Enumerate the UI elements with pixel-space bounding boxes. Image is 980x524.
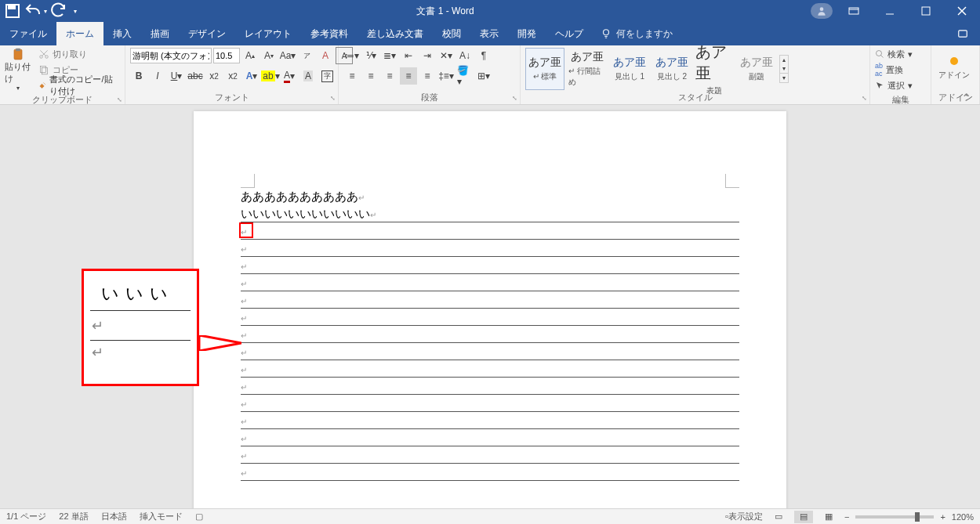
text-line-empty[interactable]: ↵ xyxy=(241,222,739,240)
cut-button[interactable]: 切り取り xyxy=(37,47,120,61)
styles-more-button[interactable]: ▴▾▾ xyxy=(779,55,789,83)
align-justify-button[interactable]: ≡ xyxy=(400,67,417,85)
text-effects-button[interactable]: A▾ xyxy=(243,67,260,85)
text-line-empty[interactable]: ↵ xyxy=(241,412,739,429)
font-name-combo[interactable] xyxy=(130,48,212,63)
numbering-button[interactable]: ⅟▾ xyxy=(362,47,379,64)
styles-gallery[interactable]: あア亜↵ 標準 あア亜↵ 行間詰め あア亜見出し 1 あア亜見出し 2 あア亜表… xyxy=(525,48,789,90)
zoom-level[interactable]: 120% xyxy=(952,512,974,522)
tab-file[interactable]: ファイル xyxy=(0,22,56,45)
zoom-in-button[interactable]: + xyxy=(940,512,945,522)
character-border-button[interactable]: 字 xyxy=(318,67,336,85)
document-body[interactable]: ああああああああああ↵ いいいいいいいいいいい↵ ↵ ↵ ↵ ↵ ↵ ↵ ↵ ↵… xyxy=(241,188,739,481)
text-line-2[interactable]: いいいいいいいいいいい↵ xyxy=(241,205,739,222)
style-normal[interactable]: あア亜↵ 標準 xyxy=(525,48,564,90)
font-color-button[interactable]: A▾ xyxy=(281,67,298,85)
grow-font-button[interactable]: A▴ xyxy=(241,47,259,64)
tab-view[interactable]: 表示 xyxy=(470,22,508,45)
tab-layout[interactable]: レイアウト xyxy=(235,22,301,45)
macro-recorder-icon[interactable]: ▢ xyxy=(195,511,203,522)
distributed-button[interactable]: ≡ xyxy=(419,67,436,85)
undo-button[interactable] xyxy=(24,2,42,20)
align-right-button[interactable]: ≡ xyxy=(381,67,398,85)
clear-formatting-button[interactable]: A xyxy=(317,47,334,64)
text-line-empty[interactable]: ↵ xyxy=(241,395,739,412)
text-line-empty[interactable]: ↵ xyxy=(241,257,739,274)
align-left-button[interactable]: ≡ xyxy=(343,67,361,85)
clipboard-launcher[interactable]: ⤡ xyxy=(115,96,123,104)
tab-review[interactable]: 校閲 xyxy=(433,22,470,45)
phonetic-guide-button[interactable]: ア xyxy=(298,47,315,64)
maximize-button[interactable] xyxy=(908,0,944,22)
ribbon-display-button[interactable] xyxy=(836,0,872,22)
superscript-button[interactable]: x2 xyxy=(224,67,241,85)
multilevel-list-button[interactable]: ≣▾ xyxy=(381,47,398,64)
minimize-button[interactable] xyxy=(872,0,908,22)
style-nospacing[interactable]: あア亜↵ 行間詰め xyxy=(568,48,607,90)
redo-button[interactable] xyxy=(49,2,67,20)
tab-developer[interactable]: 開発 xyxy=(508,22,546,45)
tab-references[interactable]: 参考資料 xyxy=(301,22,358,45)
line-spacing-button[interactable]: ‡≡▾ xyxy=(437,67,455,85)
tab-design[interactable]: デザイン xyxy=(179,22,235,45)
tab-help[interactable]: ヘルプ xyxy=(546,22,593,45)
character-shading-button[interactable]: A xyxy=(299,67,317,85)
sort-button[interactable]: A↓ xyxy=(456,47,474,64)
replace-button[interactable]: abac置換 xyxy=(875,63,913,77)
status-words[interactable]: 22 単語 xyxy=(59,511,88,522)
paste-button[interactable]: 貼り付け ▾ xyxy=(5,48,32,92)
text-line-empty[interactable]: ↵ xyxy=(241,360,739,378)
style-title[interactable]: あア亜表題 xyxy=(695,48,734,90)
align-center-button[interactable]: ≡ xyxy=(362,67,379,85)
decrease-indent-button[interactable]: ⇤ xyxy=(400,47,417,64)
tab-insert[interactable]: 挿入 xyxy=(103,22,141,45)
font-launcher[interactable]: ⤡ xyxy=(328,95,336,103)
tab-draw[interactable]: 描画 xyxy=(141,22,179,45)
tab-mailings[interactable]: 差し込み文書 xyxy=(358,22,433,45)
bold-button[interactable]: B xyxy=(130,67,147,85)
format-painter-button[interactable]: 書式のコピー/貼り付け xyxy=(37,78,120,92)
show-marks-button[interactable]: ¶ xyxy=(475,47,492,64)
bullets-button[interactable]: ≔▾ xyxy=(343,47,361,64)
styles-launcher[interactable]: ⤡ xyxy=(860,95,868,103)
text-line-empty[interactable]: ↵ xyxy=(241,343,739,360)
font-size-combo[interactable] xyxy=(213,48,240,63)
collapse-ribbon-button[interactable]: ⌃ xyxy=(958,92,974,103)
text-line-empty[interactable]: ↵ xyxy=(241,291,739,309)
close-button[interactable] xyxy=(944,0,980,22)
style-subtitle[interactable]: あア亜副題 xyxy=(737,48,776,90)
change-case-button[interactable]: Aa▾ xyxy=(279,47,296,64)
italic-button[interactable]: I xyxy=(149,67,166,85)
select-button[interactable]: 選択 ▾ xyxy=(875,78,913,92)
style-heading1[interactable]: あア亜見出し 1 xyxy=(610,48,649,90)
text-line-empty[interactable]: ↵ xyxy=(241,429,739,446)
save-button[interactable] xyxy=(3,2,22,20)
underline-button[interactable]: U▾ xyxy=(168,67,185,85)
text-line-empty[interactable]: ↵ xyxy=(241,274,739,291)
asian-layout-button[interactable]: ✕▾ xyxy=(437,47,455,64)
increase-indent-button[interactable]: ⇥ xyxy=(419,47,436,64)
read-mode-button[interactable]: ▭ xyxy=(769,511,788,523)
text-line-empty[interactable]: ↵ xyxy=(241,464,739,481)
strikethrough-button[interactable]: abc xyxy=(187,67,204,85)
text-line-empty[interactable]: ↵ xyxy=(241,446,739,464)
shrink-font-button[interactable]: A▾ xyxy=(260,47,278,64)
addin-button[interactable]: アドイン xyxy=(936,57,972,81)
zoom-slider[interactable] xyxy=(855,515,934,519)
shading-button[interactable]: 🪣▾ xyxy=(456,67,474,85)
text-line-empty[interactable]: ↵ xyxy=(241,326,739,343)
subscript-button[interactable]: x2 xyxy=(205,67,223,85)
style-heading2[interactable]: あア亜見出し 2 xyxy=(652,48,691,90)
borders-button[interactable]: ⊞▾ xyxy=(475,67,492,85)
zoom-out-button[interactable]: − xyxy=(844,512,849,522)
text-line-1[interactable]: ああああああああああ↵ xyxy=(241,188,739,205)
status-language[interactable]: 日本語 xyxy=(101,511,127,522)
tell-me-search[interactable]: 何をしますか xyxy=(593,22,681,45)
account-button[interactable] xyxy=(811,3,833,19)
web-layout-button[interactable]: ▦ xyxy=(819,511,838,523)
tab-home[interactable]: ホーム xyxy=(56,22,103,45)
status-mode[interactable]: 挿入モード xyxy=(140,511,183,522)
document-canvas[interactable]: ああああああああああ↵ いいいいいいいいいいい↵ ↵ ↵ ↵ ↵ ↵ ↵ ↵ ↵… xyxy=(0,105,980,508)
share-button[interactable] xyxy=(946,22,980,45)
print-layout-button[interactable]: ▤ xyxy=(794,511,813,523)
